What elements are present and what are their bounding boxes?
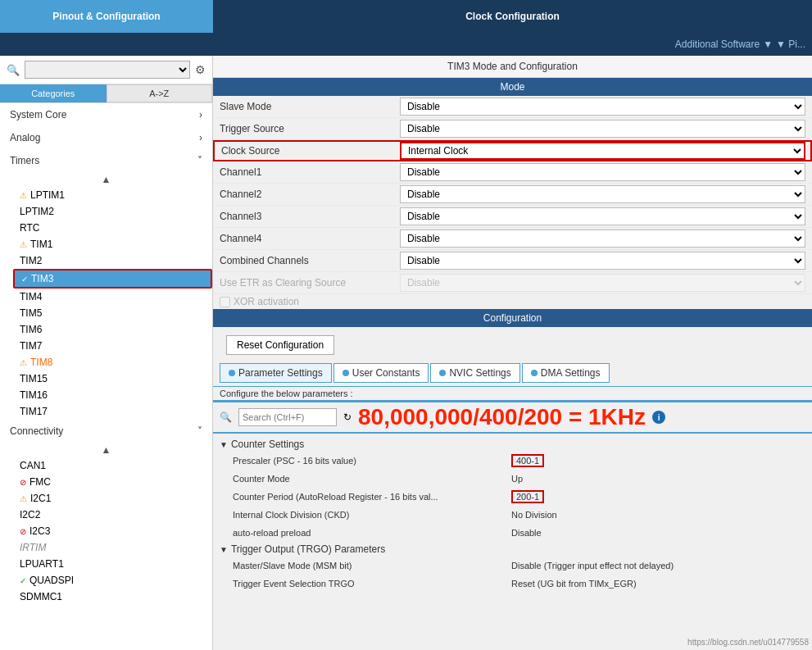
sidebar-item-tim2-label: TIM2: [20, 255, 42, 266]
sidebar-item-irtim[interactable]: IRTIM: [13, 539, 212, 556]
sidebar-item-tim15[interactable]: TIM15: [13, 370, 212, 387]
sidebar-item-rtc[interactable]: RTC: [13, 220, 212, 236]
content-area: TIM3 Mode and Configuration Mode Slave M…: [213, 56, 812, 650]
content-title: TIM3 Mode and Configuration: [213, 56, 812, 78]
tab-az[interactable]: A->Z: [107, 84, 213, 102]
tab-user-constants[interactable]: User Constants: [333, 363, 429, 383]
sidebar-item-fmc[interactable]: ⊘ FMC: [13, 474, 212, 490]
sidebar-item-tim5[interactable]: TIM5: [13, 305, 212, 321]
dot-icon-nvic: [439, 370, 446, 376]
channel3-select[interactable]: Disable: [400, 207, 805, 225]
channel2-select[interactable]: Disable: [400, 185, 805, 203]
chevron-down-icon-3: ˅: [197, 425, 202, 437]
sidebar-item-quadspi[interactable]: ✓ QUADSPI: [13, 572, 212, 589]
sidebar-item-can1[interactable]: CAN1: [13, 457, 212, 474]
sidebar-item-rtc-label: RTC: [20, 222, 39, 234]
params-area: ▼ Counter Settings Prescaler (PSC - 16 b…: [213, 434, 812, 650]
refresh-icon[interactable]: ↻: [343, 411, 352, 423]
trgo-label: Trigger Output (TRGO) Parameters: [231, 543, 385, 555]
scroll-up-connectivity-btn[interactable]: ▲: [0, 443, 212, 457]
use-etr-select[interactable]: Disable: [400, 274, 805, 292]
clock-source-select[interactable]: Internal Clock: [400, 142, 805, 160]
clock-label: Clock Configuration: [465, 11, 560, 22]
tab-parameter-settings[interactable]: Parameter Settings: [220, 363, 332, 383]
prescaler-value: 400-1: [511, 454, 544, 467]
sidebar-search-select[interactable]: [25, 61, 190, 79]
sidebar-item-tim7[interactable]: TIM7: [13, 338, 212, 354]
channel1-label: Channel1: [220, 166, 400, 178]
group-timers: Timers ˅ ▲ ⚠ LPTIM1 LPTIM2 RTC: [0, 149, 212, 420]
param-row-prescaler: Prescaler (PSC - 16 bits value) 400-1: [213, 452, 812, 470]
scroll-up-btn[interactable]: ▲: [0, 172, 212, 187]
counter-settings-label: Counter Settings: [231, 439, 304, 450]
sidebar-item-lpuart1[interactable]: LPUART1: [13, 556, 212, 572]
reset-config-button[interactable]: Reset Configuration: [226, 335, 334, 355]
config-section-header: Configuration: [213, 309, 812, 327]
sidebar-item-tim4-label: TIM4: [20, 291, 42, 302]
param-row-msm: Master/Slave Mode (MSM bit) Disable (Tri…: [213, 557, 812, 575]
sidebar-item-i2c2-label: I2C2: [20, 509, 40, 520]
combined-channels-select[interactable]: Disable: [400, 252, 805, 270]
sidebar-item-tim1[interactable]: ⚠ TIM1: [13, 236, 212, 252]
tab-categories[interactable]: Categories: [0, 84, 107, 102]
tab-dma-settings[interactable]: DMA Settings: [522, 363, 610, 383]
sidebar-item-irtim-label: IRTIM: [20, 542, 46, 553]
sidebar-item-lptim1-label: LPTIM1: [30, 189, 65, 201]
config-search-input[interactable]: [238, 408, 337, 426]
pinout-short-label[interactable]: ▼ Pi...: [776, 39, 805, 50]
sidebar-item-tim6-label: TIM6: [20, 324, 42, 335]
param-group-trgo[interactable]: ▼ Trigger Output (TRGO) Parameters: [213, 542, 812, 557]
sidebar-item-tim3[interactable]: ✓ TIM3: [13, 269, 212, 289]
warn-icon-tim8: ⚠: [20, 358, 27, 367]
check-icon-quadspi: ✓: [20, 576, 26, 585]
slave-mode-select[interactable]: Disable: [400, 98, 805, 116]
xor-checkbox[interactable]: [220, 297, 230, 307]
sidebar-item-tim6[interactable]: TIM6: [13, 321, 212, 338]
channel1-select[interactable]: Disable: [400, 163, 805, 181]
channel4-select[interactable]: Disable: [400, 230, 805, 248]
form-row-slave-mode: Slave Mode Disable: [213, 96, 812, 118]
info-icon[interactable]: i: [652, 411, 665, 424]
arrow-down-icon-2: ▼: [220, 545, 228, 554]
subheader-right: Additional Software ▼ ▼ Pi...: [213, 33, 812, 56]
prescaler-label: Prescaler (PSC - 16 bits value): [233, 456, 511, 466]
sidebar-item-tim2[interactable]: TIM2: [13, 252, 212, 269]
use-etr-label: Use ETR as Clearing Source: [220, 277, 400, 289]
search-icon: 🔍: [7, 64, 20, 76]
sidebar-item-i2c3[interactable]: ⊘ I2C3: [13, 523, 212, 539]
sidebar-item-tim4[interactable]: TIM4: [13, 289, 212, 305]
sidebar-item-i2c1[interactable]: ⚠ I2C1: [13, 490, 212, 507]
sidebar-item-tim17-label: TIM17: [20, 406, 48, 417]
gear-icon[interactable]: ⚙: [195, 63, 206, 76]
group-connectivity-header[interactable]: Connectivity ˅: [0, 420, 212, 443]
channel4-label: Channel4: [220, 233, 400, 244]
sidebar-item-tim8[interactable]: ⚠ TIM8: [13, 354, 212, 370]
sidebar-item-lptim1[interactable]: ⚠ LPTIM1: [13, 187, 212, 203]
connectivity-items: CAN1 ⊘ FMC ⚠ I2C1 I2C2 ⊘ I2C: [0, 457, 212, 605]
sidebar-search-row: 🔍 ⚙: [0, 56, 212, 84]
group-timers-header[interactable]: Timers ˅: [0, 149, 212, 172]
sidebar-item-tim16[interactable]: TIM16: [13, 387, 212, 403]
tab-nvic-settings[interactable]: NVIC Settings: [430, 363, 519, 383]
dot-icon-param: [229, 370, 235, 376]
sidebar-item-tim17[interactable]: TIM17: [13, 403, 212, 420]
sidebar-item-tim8-label: TIM8: [30, 357, 52, 368]
warn-icon-tim1: ⚠: [20, 240, 27, 249]
sidebar-item-i2c3-label: I2C3: [29, 525, 50, 537]
trigger-source-select[interactable]: Disable: [400, 120, 805, 138]
sidebar-item-i2c2[interactable]: I2C2: [13, 507, 212, 523]
sidebar-item-tim3-label: TIM3: [31, 273, 53, 284]
formula-row: 🔍 ↻ 80,000,000/400/200 = 1KHz i: [213, 401, 812, 434]
group-analog-header[interactable]: Analog ›: [0, 126, 212, 149]
slave-mode-label: Slave Mode: [220, 101, 400, 112]
param-row-counter-period: Counter Period (AutoReload Register - 16…: [213, 488, 812, 506]
group-connectivity-label: Connectivity: [10, 425, 63, 437]
sidebar-item-lptim2-label: LPTIM2: [20, 206, 54, 217]
group-system-core-header[interactable]: System Core ›: [0, 103, 212, 126]
param-row-ckd: Internal Clock Division (CKD) No Divisio…: [213, 506, 812, 524]
param-group-counter-settings[interactable]: ▼ Counter Settings: [213, 437, 812, 452]
additional-software-label[interactable]: Additional Software: [675, 39, 760, 50]
sidebar-item-sdmmc1[interactable]: SDMMC1: [13, 589, 212, 605]
sidebar-item-lptim2[interactable]: LPTIM2: [13, 203, 212, 220]
trigger-source-label: Trigger Source: [220, 123, 400, 134]
